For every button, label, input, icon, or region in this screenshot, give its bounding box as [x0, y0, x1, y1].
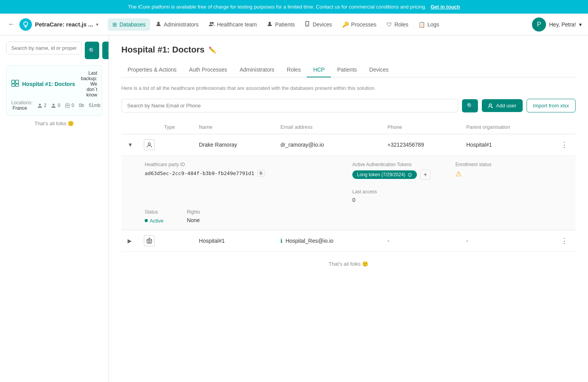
processes-nav-icon: 🔑	[342, 21, 349, 28]
hcp-search-button[interactable]: 🔍	[462, 99, 478, 112]
svg-rect-10	[16, 80, 19, 83]
col-actions	[553, 120, 576, 134]
row1-person-icon	[144, 139, 155, 150]
banner-text: The iCure platform is available free of …	[128, 4, 426, 10]
add-database-button[interactable]: + Add database	[102, 42, 109, 59]
add-token-button[interactable]: +	[420, 170, 430, 180]
hcp-id-text: ad63d5ec-2cc9-484f-b3b9-fb249e7791d1	[145, 170, 254, 176]
token-text: Long token (7/29/2024)	[357, 172, 405, 177]
content-tabs: Properties & Actions Auth Processes Admi…	[121, 63, 576, 77]
row2-info-icon: ℹ	[280, 238, 282, 244]
tokens-label: Active Authentication Tokens	[352, 162, 449, 167]
rights-section: Rights None	[187, 209, 200, 224]
nav-item-devices[interactable]: Devices	[300, 18, 337, 31]
main-nav: ⊞ Databases Administrators Healthcare te…	[108, 18, 532, 31]
row1-more-button[interactable]: ⋮	[558, 139, 571, 151]
db-card-icon	[11, 80, 19, 89]
status-value: Active	[145, 218, 163, 224]
row2-type-cell	[159, 230, 194, 251]
row2-name-cell: Hospital#1	[194, 230, 276, 251]
nav-item-administrators[interactable]: Administrators	[151, 18, 203, 31]
row2-email: Hospital_Res@io.io	[285, 238, 333, 244]
row1-parent-cell: Hospital#1	[462, 134, 553, 156]
row1-name-cell: Drake Ramoray	[194, 134, 276, 156]
row2-expand-button[interactable]: ▶	[126, 236, 133, 245]
nav-item-roles[interactable]: 🛡 Roles	[382, 18, 413, 31]
copy-hcp-id-button[interactable]: ⎘	[257, 170, 265, 177]
rights-value: None	[187, 217, 200, 223]
nav-item-healthcare[interactable]: Healthcare team	[204, 18, 262, 31]
nav-item-logs[interactable]: 📋 Logs	[414, 18, 444, 31]
row2-expand-cell: ▶	[121, 230, 139, 251]
hcp-controls: 🔍 Add user Import from xlsx	[121, 99, 576, 112]
back-button[interactable]: ←	[6, 19, 16, 30]
database-card[interactable]: Hospital #1: Doctors Last backup: We don…	[6, 65, 102, 116]
col-email: Email address	[276, 120, 383, 134]
edit-title-icon[interactable]: ✏️	[208, 46, 216, 54]
nav-item-databases[interactable]: ⊞ Databases	[108, 18, 150, 31]
col-expand	[121, 120, 139, 134]
import-button[interactable]: Import from xlsx	[527, 99, 576, 112]
add-user-label: Add user	[496, 103, 516, 109]
status-text: Active	[150, 218, 163, 224]
sidebar-search-input[interactable]	[6, 42, 82, 54]
status-label: Status	[145, 209, 163, 215]
content-footer: That's all folks 🙂	[121, 261, 576, 267]
banner-link[interactable]: Get in touch	[430, 4, 460, 10]
table-row: ▶ Hospital#1 ℹ Hospital_Res@io.io	[121, 230, 576, 251]
patients-nav-icon	[267, 21, 273, 28]
tab-auth[interactable]: Auth Processes	[183, 63, 233, 77]
sidebar-search-button[interactable]: 🔍	[85, 42, 99, 59]
add-user-button[interactable]: Add user	[482, 99, 522, 112]
stat-hcp: 2	[37, 103, 47, 108]
svg-point-21	[148, 143, 150, 145]
col-phone: Phone	[383, 120, 462, 134]
svg-point-4	[210, 22, 212, 24]
row2-name: Hospital#1	[199, 238, 225, 244]
db-card-title: Hospital #1: Doctors	[22, 81, 75, 87]
nav-processes-label: Processes	[351, 21, 376, 28]
hcp-search-input[interactable]	[121, 99, 458, 112]
user-dropdown-icon[interactable]: ▾	[579, 21, 582, 28]
nav-devices-label: Devices	[313, 21, 332, 28]
nav-healthcare-label: Healthcare team	[217, 21, 257, 28]
stat-size2: 51mb	[89, 103, 100, 108]
user-name[interactable]: Hey, Petra!	[549, 21, 576, 28]
tab-devices[interactable]: Devices	[363, 63, 395, 77]
tab-patients[interactable]: Patients	[331, 63, 363, 77]
tab-administrators[interactable]: Administrators	[233, 63, 280, 77]
col-type: Type	[159, 120, 194, 134]
app-title: PetraCare: react.js ...	[35, 21, 93, 28]
last-access-label: Last access	[352, 189, 449, 195]
nav-item-patients[interactable]: Patients	[262, 18, 299, 31]
tab-properties[interactable]: Properties & Actions	[121, 63, 183, 77]
enrollment-section: Enrollment status ⚠	[455, 162, 552, 180]
svg-point-18	[489, 104, 492, 106]
main-content: Hospital #1: Doctors ✏️ Properties & Act…	[109, 35, 588, 382]
row1-phone-cell: +32123456789	[383, 134, 462, 156]
tokens-enrollment-grid: Active Authentication Tokens Long token …	[352, 162, 552, 203]
backup-value: We don`t know	[86, 81, 97, 98]
row1-expand-button[interactable]: ▼	[126, 140, 135, 149]
tab-hcp[interactable]: HCP	[307, 63, 331, 77]
user-avatar: P	[532, 18, 546, 32]
header: ← PetraCare: react.js ... ▾ ⊞ Databases …	[0, 14, 588, 35]
svg-rect-12	[16, 84, 19, 86]
hcp-id-label: Healthcare party ID	[145, 162, 345, 167]
nav-item-processes[interactable]: 🔑 Processes	[338, 18, 381, 31]
row1-expanded: Healthcare party ID ad63d5ec-2cc9-484f-b…	[121, 156, 576, 230]
enrollment-warning-icon: ⚠	[455, 170, 462, 178]
svg-point-3	[158, 22, 160, 24]
enrollment-value: ⚠	[455, 170, 552, 178]
rights-label: Rights	[187, 209, 200, 215]
tab-roles[interactable]: Roles	[281, 63, 307, 77]
token-copy-icon[interactable]: ⊙	[408, 172, 412, 178]
app-dropdown-icon[interactable]: ▾	[96, 22, 98, 27]
expanded-tokens: Active Authentication Tokens Long token …	[352, 162, 552, 203]
col-parent: Parent organisation	[462, 120, 553, 134]
svg-point-5	[212, 22, 214, 24]
healthcare-nav-icon	[209, 21, 215, 28]
stat-patients: 0	[51, 103, 60, 108]
nav-patients-label: Patients	[275, 21, 295, 28]
row2-more-button[interactable]: ⋮	[558, 235, 571, 247]
